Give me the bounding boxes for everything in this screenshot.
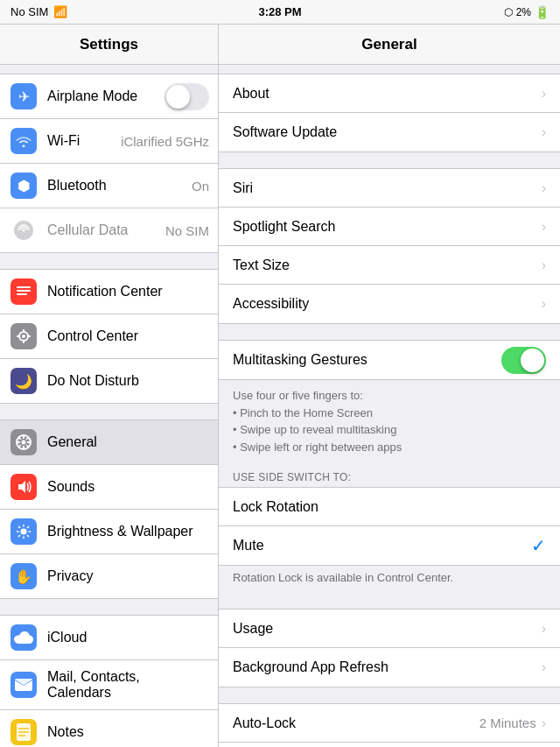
text-size-label: Text Size: [233, 257, 542, 273]
svg-rect-4: [17, 293, 27, 295]
spotlight-label: Spotlight Search: [233, 219, 542, 235]
right-item-about[interactable]: About ›: [219, 74, 560, 113]
auto-lock-label: Auto-Lock: [233, 715, 480, 731]
right-group-usage: Usage › Background App Refresh ›: [219, 609, 560, 687]
right-item-accessibility[interactable]: Accessibility ›: [219, 285, 560, 323]
sidebar-item-do-not-disturb[interactable]: 🌙 Do Not Disturb: [0, 359, 218, 403]
control-center-icon: [10, 323, 37, 349]
status-right: ⬡ 2% 🔋: [504, 5, 550, 19]
right-item-siri[interactable]: Siri ›: [219, 169, 560, 208]
lock-rotation-label: Lock Rotation: [233, 499, 546, 515]
right-item-passcode-lock[interactable]: Passcode Lock Off ›: [219, 743, 560, 747]
multitasking-toggle[interactable]: [501, 347, 546, 374]
wifi-value: iClarified 5GHz: [121, 134, 209, 149]
svg-line-29: [18, 535, 20, 537]
about-label: About: [233, 86, 542, 102]
privacy-label: Privacy: [47, 568, 93, 584]
mail-icon: [10, 672, 37, 698]
sidebar-item-privacy[interactable]: ✋ Privacy: [0, 554, 218, 598]
right-section-multitasking: Multitasking Gestures Use four or five f…: [219, 340, 560, 593]
side-switch-header: USE SIDE SWITCH TO:: [219, 462, 560, 487]
column-headers: Settings General: [0, 25, 560, 65]
multitasking-toggle-knob: [521, 349, 544, 372]
control-center-label: Control Center: [47, 328, 138, 344]
right-section-about: About › Software Update ›: [219, 74, 560, 152]
svg-rect-2: [17, 286, 31, 288]
sidebar-item-control-center[interactable]: Control Center: [0, 314, 218, 359]
multitasking-gestures-label: Multitasking Gestures: [233, 352, 501, 368]
cellular-icon: [10, 217, 37, 243]
airplane-toggle-switch[interactable]: [164, 83, 209, 110]
right-item-multitasking-gestures[interactable]: Multitasking Gestures: [219, 341, 560, 379]
usage-label: Usage: [233, 621, 542, 637]
right-item-background-refresh[interactable]: Background App Refresh ›: [219, 648, 560, 687]
sidebar-item-brightness[interactable]: Brightness & Wallpaper: [0, 510, 218, 554]
accessibility-chevron: ›: [542, 296, 546, 312]
notes-label: Notes: [47, 724, 84, 740]
airplane-mode-toggle[interactable]: [164, 83, 209, 110]
general-header: General: [219, 25, 560, 64]
right-item-auto-lock[interactable]: Auto-Lock 2 Minutes ›: [219, 704, 560, 743]
sidebar-item-general[interactable]: General: [0, 420, 218, 465]
right-item-spotlight[interactable]: Spotlight Search ›: [219, 208, 560, 246]
status-bar: No SIM 📶 3:28 PM ⬡ 2% 🔋: [0, 0, 560, 25]
battery-icon: 🔋: [535, 5, 550, 19]
do-not-disturb-label: Do Not Disturb: [47, 373, 139, 389]
right-group-multitasking: Multitasking Gestures: [219, 340, 560, 380]
settings-header: Settings: [0, 25, 219, 64]
siri-chevron: ›: [542, 180, 546, 196]
main-content: ✈ Airplane Mode Wi-Fi iClarifi: [0, 65, 560, 747]
airplane-mode-icon: ✈: [10, 83, 37, 109]
sidebar-group-connectivity: ✈ Airplane Mode Wi-Fi iClarifi: [0, 74, 218, 253]
bluetooth-icon: ⬢: [10, 173, 37, 199]
sidebar-item-mail[interactable]: Mail, Contacts, Calendars: [0, 660, 218, 710]
sidebar-item-notes[interactable]: Notes: [0, 710, 218, 747]
svg-point-6: [22, 335, 25, 338]
right-panel: About › Software Update › Siri › Spotlig…: [219, 65, 560, 747]
right-section-lock: Auto-Lock 2 Minutes › Passcode Lock Off …: [219, 703, 560, 747]
general-icon: [10, 429, 37, 455]
svg-line-17: [18, 437, 21, 440]
background-refresh-label: Background App Refresh: [233, 659, 542, 675]
bluetooth-value: On: [192, 179, 209, 194]
svg-line-26: [18, 526, 20, 528]
sidebar-group-notifications: Notification Center Control Center: [0, 269, 218, 404]
sidebar: ✈ Airplane Mode Wi-Fi iClarifi: [0, 65, 219, 747]
mail-label: Mail, Contacts, Calendars: [47, 669, 207, 701]
side-switch-item-lock-rotation[interactable]: Lock Rotation: [219, 488, 560, 526]
carrier-label: No SIM: [10, 5, 48, 18]
sounds-label: Sounds: [47, 479, 94, 495]
general-label: General: [47, 434, 97, 450]
software-update-chevron: ›: [542, 124, 546, 140]
bluetooth-label: Bluetooth: [47, 178, 107, 194]
sidebar-item-notification-center[interactable]: Notification Center: [0, 270, 218, 314]
cellular-value: No SIM: [165, 223, 209, 238]
brightness-icon: [10, 518, 37, 545]
sidebar-item-sounds[interactable]: Sounds: [0, 465, 218, 510]
battery-percent: 2%: [516, 6, 531, 18]
sounds-icon: [10, 474, 37, 500]
sidebar-group-system: General Sounds: [0, 419, 218, 599]
svg-point-1: [23, 229, 25, 232]
right-item-software-update[interactable]: Software Update ›: [219, 113, 560, 152]
svg-line-28: [27, 526, 29, 528]
sidebar-item-airplane-mode[interactable]: ✈ Airplane Mode: [0, 74, 218, 119]
sidebar-item-bluetooth[interactable]: ⬢ Bluetooth On: [0, 164, 218, 208]
svg-line-18: [26, 445, 29, 447]
status-left: No SIM 📶: [10, 5, 67, 18]
airplane-toggle-knob: [166, 85, 190, 109]
auto-lock-value: 2 Minutes: [480, 715, 536, 730]
rotation-lock-note: Rotation Lock is available in Control Ce…: [219, 566, 560, 593]
right-item-usage[interactable]: Usage ›: [219, 610, 560, 648]
sidebar-item-wifi[interactable]: Wi-Fi iClarified 5GHz: [0, 119, 218, 164]
wifi-label: Wi-Fi: [47, 133, 80, 149]
text-size-chevron: ›: [542, 257, 546, 273]
sidebar-item-icloud[interactable]: iCloud: [0, 616, 218, 660]
right-item-text-size[interactable]: Text Size ›: [219, 246, 560, 285]
mute-checkmark: ✓: [531, 535, 546, 556]
notification-center-icon: [10, 278, 37, 305]
notification-center-label: Notification Center: [47, 284, 163, 300]
do-not-disturb-icon: 🌙: [10, 368, 37, 394]
usage-chevron: ›: [542, 621, 546, 637]
side-switch-item-mute[interactable]: Mute ✓: [219, 526, 560, 565]
